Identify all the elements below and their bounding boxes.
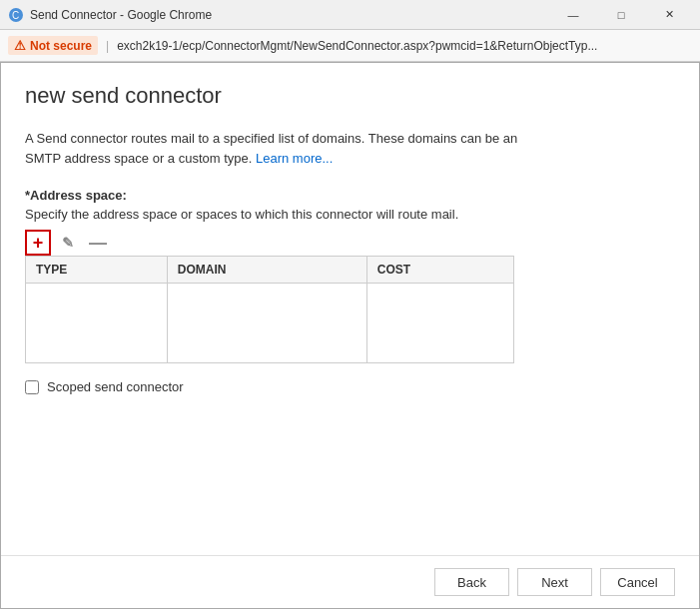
url-bar[interactable]: exch2k19-1/ecp/ConnectorMgmt/NewSendConn… (117, 39, 692, 53)
separator: | (106, 39, 109, 53)
table-row-empty (26, 284, 514, 363)
not-secure-indicator: ⚠ Not secure (8, 36, 98, 55)
main-window: new send connector A Send connector rout… (0, 62, 700, 609)
col-cost: COST (366, 257, 513, 284)
scoped-connector-checkbox[interactable] (25, 380, 39, 394)
address-space-table: TYPE DOMAIN COST (25, 256, 514, 363)
back-button[interactable]: Back (434, 568, 509, 596)
footer: Back Next Cancel (1, 555, 699, 608)
address-space-toolbar: + ✎ — (25, 230, 675, 256)
add-button[interactable]: + (25, 230, 51, 256)
close-button[interactable]: ✕ (646, 0, 692, 30)
page-content: new send connector A Send connector rout… (1, 63, 699, 555)
maximize-button[interactable]: □ (598, 0, 644, 30)
remove-button[interactable]: — (85, 230, 111, 256)
page-title: new send connector (25, 83, 675, 109)
window-title: Send Connector - Google Chrome (30, 8, 550, 22)
col-type: TYPE (26, 257, 168, 284)
warning-icon: ⚠ (14, 38, 26, 53)
learn-more-link[interactable]: Learn more... (256, 151, 333, 166)
not-secure-label: Not secure (30, 39, 92, 53)
scoped-connector-label: Scoped send connector (47, 379, 184, 394)
app-icon: C (8, 7, 24, 23)
titlebar: C Send Connector - Google Chrome — □ ✕ (0, 0, 700, 30)
svg-text:C: C (12, 10, 19, 21)
addressbar: ⚠ Not secure | exch2k19-1/ecp/ConnectorM… (0, 30, 700, 62)
table-header: TYPE DOMAIN COST (26, 257, 514, 284)
table-body (26, 284, 514, 363)
next-button[interactable]: Next (517, 568, 592, 596)
scoped-connector-row: Scoped send connector (25, 379, 675, 394)
edit-button[interactable]: ✎ (55, 230, 81, 256)
description: A Send connector routes mail to a specif… (25, 129, 524, 168)
minimize-button[interactable]: — (550, 0, 596, 30)
address-space-label: *Address space: (25, 188, 675, 203)
cancel-button[interactable]: Cancel (600, 568, 675, 596)
window-controls: — □ ✕ (550, 0, 692, 30)
address-space-hint: Specify the address space or spaces to w… (25, 207, 675, 222)
col-domain: DOMAIN (167, 257, 366, 284)
